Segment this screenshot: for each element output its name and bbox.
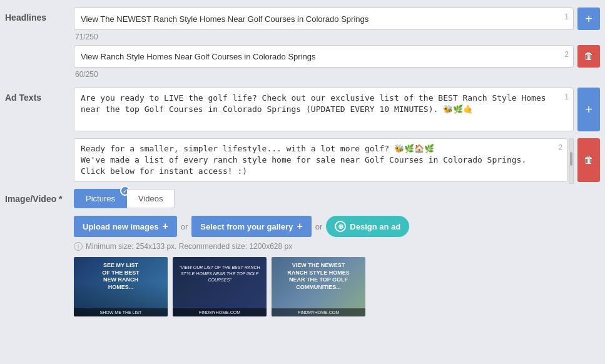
ad-text-row-2: Ready for a smaller, simpler lifestyle..… [74,138,600,184]
image-video-tabs: Pictures ✓ Videos [74,189,600,208]
thumbnails-row: SEE MY LISTOF THE BESTNEW RANCHHOMES... … [74,257,600,316]
headline-input-wrapper-1: 1 [74,8,574,30]
ad-text-input-wrapper-1: Are you ready to LIVE the golf life? Che… [74,88,574,133]
info-icon: i [74,242,83,251]
tab-pictures-label: Pictures [86,194,115,203]
ad-text-input-1[interactable]: Are you ready to LIVE the golf life? Che… [74,88,574,131]
ad-texts-section: Ad Texts Are you ready to LIVE the golf … [0,88,605,184]
headline-delete-button-2[interactable]: 🗑 [577,45,600,68]
headline-number-1: 1 [564,13,569,21]
headline-char-count-1: 71/250 [75,33,600,41]
or-text-2: or [315,222,323,231]
headline-char-count-2: 60/250 [75,70,600,79]
thumbnail-2[interactable]: "VIEW OUR LIST OF THE BEST RANCH STYLE H… [173,257,267,316]
ad-text-input-wrapper-2: Ready for a smaller, simpler lifestyle..… [74,138,567,184]
ad-text-row-1: Are you ready to LIVE the golf life? Che… [74,88,600,133]
ad-text-number-2: 2 [558,143,562,152]
image-video-content: Pictures ✓ Videos Upload new images + or… [74,189,600,316]
ad-text-delete-button-2[interactable]: 🗑 [577,138,600,182]
headline-input-2[interactable] [74,45,574,68]
thumb-3-text: VIEW THE NEWESTRANCH STYLE HOMESNEAR THE… [272,257,365,293]
ad-text-add-button[interactable]: + [577,88,600,131]
tab-videos[interactable]: Videos [127,189,175,208]
thumbnail-1[interactable]: SEE MY LISTOF THE BESTNEW RANCHHOMES... … [74,257,168,316]
ad-text-number-1: 1 [564,93,569,101]
headline-number-2: 2 [564,50,569,59]
thumb-2-bar: FINDMYHOME.COM [173,308,267,316]
select-gallery-button[interactable]: Select from your gallery + [191,216,311,237]
min-size-info: Minimum size: 254x133 px. Recommended si… [86,242,292,251]
gallery-label: Select from your gallery [200,222,293,231]
ad-texts-content: Are you ready to LIVE the golf life? Che… [74,88,600,184]
headline-input-1[interactable] [74,8,574,30]
gallery-plus-icon: + [297,221,302,232]
headline-add-button[interactable]: + [577,8,600,30]
upload-images-label: Upload new images [83,222,158,231]
design-circle-icon: ⊕ [335,221,346,232]
thumb-2-text: "VIEW OUR LIST OF THE BEST RANCH STYLE H… [173,257,267,285]
ad-texts-label: Ad Texts [5,88,74,103]
tab-pictures[interactable]: Pictures ✓ [74,189,127,208]
headline-row-2: 2 🗑 [74,45,600,68]
image-video-section: Image/Video * Pictures ✓ Videos Upload n… [0,189,605,316]
image-video-label: Image/Video * [5,189,74,204]
ad-text-input-2[interactable]: Ready for a smaller, simpler lifestyle..… [74,138,567,182]
design-ad-button[interactable]: ⊕ Design an ad [326,216,409,237]
headline-input-wrapper-2: 2 [74,45,574,68]
or-text-1: or [181,222,188,231]
upload-plus-icon: + [162,221,168,232]
upload-images-button[interactable]: Upload new images + [74,216,177,237]
headlines-content: 1 + 71/250 2 🗑 60/250 [74,8,600,83]
thumb-1-bar: SHOW ME THE LIST [74,308,168,316]
headline-row-1: 1 + [74,8,600,30]
ad-text-scrollbar-2[interactable] [569,138,574,184]
image-info-row: i Minimum size: 254x133 px. Recommended … [74,242,600,251]
image-action-row: Upload new images + or Select from your … [74,216,600,237]
design-label: Design an ad [350,222,400,231]
thumbnail-3[interactable]: VIEW THE NEWESTRANCH STYLE HOMESNEAR THE… [272,257,365,316]
thumb-3-bar: FINDMYHOME.COM [272,308,365,316]
headlines-section: Headlines 1 + 71/250 2 🗑 60/250 [0,8,605,83]
tab-videos-label: Videos [138,194,163,203]
headlines-label: Headlines [5,8,74,23]
